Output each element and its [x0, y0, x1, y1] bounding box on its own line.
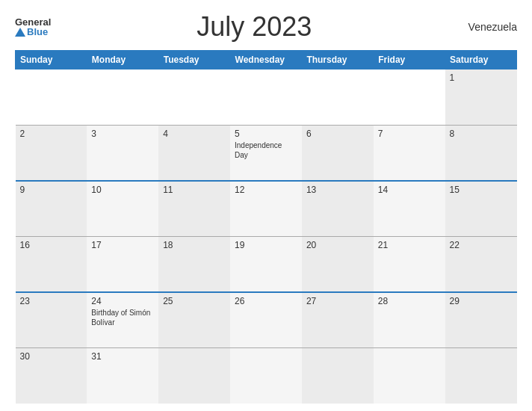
calendar-cell — [158, 347, 230, 404]
calendar-cell: 17 — [87, 236, 158, 292]
country-label: Venezuela — [457, 21, 517, 33]
calendar-cell — [87, 69, 158, 126]
calendar-cell: 10 — [87, 181, 158, 237]
calendar-cell: 15 — [445, 181, 517, 237]
calendar-cell: 16 — [16, 236, 87, 292]
day-number: 17 — [91, 240, 154, 250]
calendar-cell: 2 — [16, 125, 87, 181]
calendar-cell: 3 — [87, 125, 158, 181]
day-number: 26 — [235, 296, 297, 306]
calendar-cell: 31 — [87, 347, 158, 404]
week-row-4: 2324Birthday of Simón Bolívar2526272829 — [16, 292, 517, 348]
calendar-cell — [230, 347, 302, 404]
calendar-cell: 24Birthday of Simón Bolívar — [87, 292, 158, 348]
header-tuesday: Tuesday — [158, 51, 230, 69]
calendar-cell — [374, 69, 445, 126]
day-number: 7 — [378, 129, 441, 139]
day-number: 12 — [235, 185, 297, 195]
calendar-page: General Blue July 2023 Venezuela Sunday … — [0, 0, 532, 411]
calendar-cell: 29 — [445, 292, 517, 348]
day-number: 1 — [450, 72, 513, 83]
calendar-cell: 22 — [445, 236, 517, 292]
day-number: 25 — [163, 296, 226, 306]
calendar-cell: 9 — [16, 181, 87, 237]
day-number: 16 — [20, 240, 83, 250]
header-friday: Friday — [374, 51, 445, 69]
day-number: 19 — [235, 240, 297, 250]
calendar-cell: 27 — [302, 292, 374, 348]
calendar-cell: 6 — [302, 125, 374, 181]
logo-blue-text: Blue — [15, 27, 51, 37]
calendar-cell: 1 — [445, 69, 517, 126]
day-number: 21 — [378, 240, 441, 250]
calendar-cell — [158, 69, 230, 126]
day-number: 10 — [91, 185, 154, 195]
event-label: Birthday of Simón Bolívar — [91, 309, 150, 327]
calendar-cell: 13 — [302, 181, 374, 237]
day-number: 18 — [163, 240, 226, 250]
day-number: 20 — [306, 240, 369, 250]
day-number: 14 — [378, 185, 441, 195]
day-number: 9 — [20, 185, 83, 195]
calendar-cell: 21 — [374, 236, 445, 292]
day-number: 22 — [450, 240, 513, 250]
header-monday: Monday — [87, 51, 158, 69]
logo-triangle-icon — [15, 28, 25, 37]
header-wednesday: Wednesday — [230, 51, 302, 69]
day-number: 23 — [20, 296, 83, 306]
week-row-3: 16171819202122 — [16, 236, 517, 292]
calendar-cell: 25 — [158, 292, 230, 348]
calendar-title: July 2023 — [51, 11, 457, 43]
calendar-cell — [16, 69, 87, 126]
calendar-cell — [302, 69, 374, 126]
calendar-cell: 5Independence Day — [230, 125, 302, 181]
calendar-cell: 28 — [374, 292, 445, 348]
day-number: 2 — [20, 129, 83, 139]
calendar-cell: 20 — [302, 236, 374, 292]
day-number: 4 — [163, 129, 226, 139]
calendar-cell: 14 — [374, 181, 445, 237]
week-row-1: 2345Independence Day678 — [16, 125, 517, 181]
logo: General Blue — [15, 17, 51, 37]
day-number: 3 — [91, 129, 154, 139]
day-number: 13 — [306, 185, 369, 195]
header-saturday: Saturday — [445, 51, 517, 69]
day-number: 28 — [378, 296, 441, 306]
day-number: 30 — [20, 351, 83, 362]
calendar-cell: 23 — [16, 292, 87, 348]
day-number: 24 — [91, 296, 154, 306]
calendar-cell: 19 — [230, 236, 302, 292]
week-row-0: 1 — [16, 69, 517, 126]
calendar-cell — [302, 347, 374, 404]
calendar-cell: 18 — [158, 236, 230, 292]
day-number: 27 — [306, 296, 369, 306]
calendar-cell: 12 — [230, 181, 302, 237]
day-number: 15 — [450, 185, 513, 195]
day-header-row: Sunday Monday Tuesday Wednesday Thursday… — [16, 51, 517, 69]
calendar-table: Sunday Monday Tuesday Wednesday Thursday… — [15, 50, 517, 404]
day-number: 11 — [163, 185, 226, 195]
calendar-cell — [230, 69, 302, 126]
header-thursday: Thursday — [302, 51, 374, 69]
calendar-cell: 30 — [16, 347, 87, 404]
calendar-cell: 8 — [445, 125, 517, 181]
header-sunday: Sunday — [16, 51, 87, 69]
day-number: 5 — [235, 129, 297, 139]
day-number: 29 — [450, 296, 513, 306]
event-label: Independence Day — [235, 141, 282, 159]
calendar-cell: 11 — [158, 181, 230, 237]
week-row-5: 3031 — [16, 347, 517, 404]
calendar-cell: 4 — [158, 125, 230, 181]
calendar-header: General Blue July 2023 Venezuela — [15, 11, 517, 43]
day-number: 31 — [91, 351, 154, 362]
day-number: 8 — [450, 129, 513, 139]
day-number: 6 — [306, 129, 369, 139]
calendar-cell — [374, 347, 445, 404]
calendar-cell: 7 — [374, 125, 445, 181]
week-row-2: 9101112131415 — [16, 181, 517, 237]
calendar-cell — [445, 347, 517, 404]
calendar-cell: 26 — [230, 292, 302, 348]
